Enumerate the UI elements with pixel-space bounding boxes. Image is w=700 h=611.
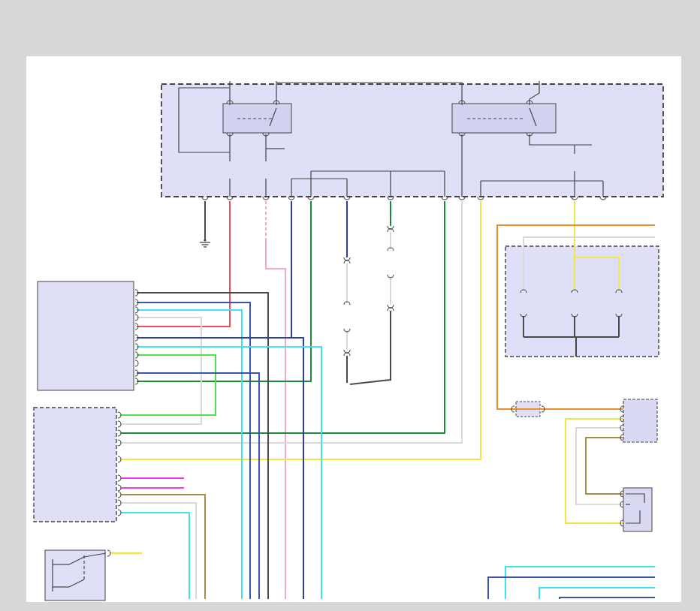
connector-pin-icon	[118, 430, 121, 436]
wire	[137, 338, 303, 599]
wire	[505, 567, 655, 599]
connector-pin-icon	[388, 226, 394, 229]
connector-pin-icon	[135, 360, 138, 366]
wire	[137, 347, 321, 599]
connector-pin-icon	[388, 305, 394, 308]
connector-pin-icon	[118, 500, 121, 506]
wire	[560, 597, 655, 599]
connector-pin-icon	[118, 485, 121, 491]
underhood-fuse-block-box	[161, 84, 663, 197]
dim-box	[34, 408, 116, 522]
wire	[586, 438, 623, 494]
ebcm-box	[623, 399, 657, 442]
wire	[121, 201, 481, 459]
flasher-module-box	[38, 281, 134, 390]
wire	[121, 503, 196, 599]
connector-pin-icon	[344, 260, 350, 263]
connector-pin-icon	[118, 421, 121, 427]
connector-pin-icon	[344, 257, 350, 260]
bpp-sensor-box	[623, 488, 652, 531]
connector-pin-icon	[118, 475, 121, 481]
connector-pin-icon	[118, 456, 121, 462]
connector-pin-icon	[344, 350, 350, 353]
page	[0, 0, 700, 611]
wire	[566, 419, 623, 523]
connector-pin-icon	[118, 492, 121, 498]
connector-pin-icon	[107, 550, 110, 556]
wiring-svg	[26, 56, 681, 602]
wire	[576, 428, 623, 504]
interior-switch-box	[45, 550, 105, 600]
connector-pin-icon	[118, 440, 121, 446]
ign1-relay-box	[223, 104, 291, 133]
connector-pin-icon	[118, 510, 121, 516]
connector-pin-icon	[118, 412, 121, 418]
wire	[137, 373, 259, 599]
wire	[121, 495, 205, 599]
rear-lamps-box	[505, 246, 659, 357]
wire	[137, 293, 268, 599]
wire	[137, 201, 230, 327]
wire	[350, 311, 391, 384]
connector-pin-icon	[388, 229, 394, 232]
connector-pin-icon	[388, 308, 394, 311]
wiring-diagram-canvas	[26, 56, 681, 602]
wire	[121, 513, 189, 599]
connector-pin-icon	[344, 353, 350, 356]
